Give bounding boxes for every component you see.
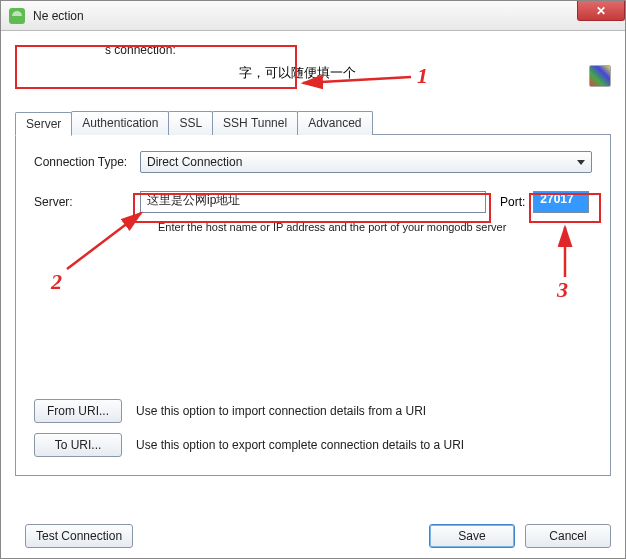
from-uri-button[interactable]: From URI... [34,399,122,423]
close-button[interactable]: ✕ [577,1,625,21]
tab-ssl[interactable]: SSL [168,111,213,135]
app-icon [9,8,25,24]
color-picker-button[interactable] [589,65,611,87]
tab-authentication[interactable]: Authentication [71,111,169,135]
server-hint: Enter the host name or IP address and th… [158,221,592,233]
to-uri-button[interactable]: To URI... [34,433,122,457]
window-title: Ne ection [33,9,84,23]
server-host-input[interactable]: 这里是公网ip地址 [140,191,486,213]
save-button[interactable]: Save [429,524,515,548]
titlebar: Ne ection ✕ [1,1,625,31]
connection-type-value: Direct Connection [147,155,242,169]
connection-name-label: s connection: [15,43,611,57]
port-label: Port: [500,195,525,209]
tab-server[interactable]: Server [15,112,72,136]
server-port-input[interactable]: 27017 [533,191,589,213]
from-uri-text: Use this option to import connection det… [136,404,426,418]
close-icon: ✕ [596,4,606,18]
cancel-button[interactable]: Cancel [525,524,611,548]
connection-type-select[interactable]: Direct Connection [140,151,592,173]
server-panel: Connection Type: Direct Connection Serve… [15,134,611,476]
tab-advanced[interactable]: Advanced [297,111,372,135]
to-uri-text: Use this option to export complete conne… [136,438,464,452]
tabs: Server Authentication SSL SSH Tunnel Adv… [15,111,611,135]
test-connection-button[interactable]: Test Connection [25,524,133,548]
connection-name-input[interactable]: 字，可以随便填一个 [15,63,579,89]
connection-type-label: Connection Type: [34,155,140,169]
tab-ssh-tunnel[interactable]: SSH Tunnel [212,111,298,135]
server-label: Server: [34,195,140,209]
